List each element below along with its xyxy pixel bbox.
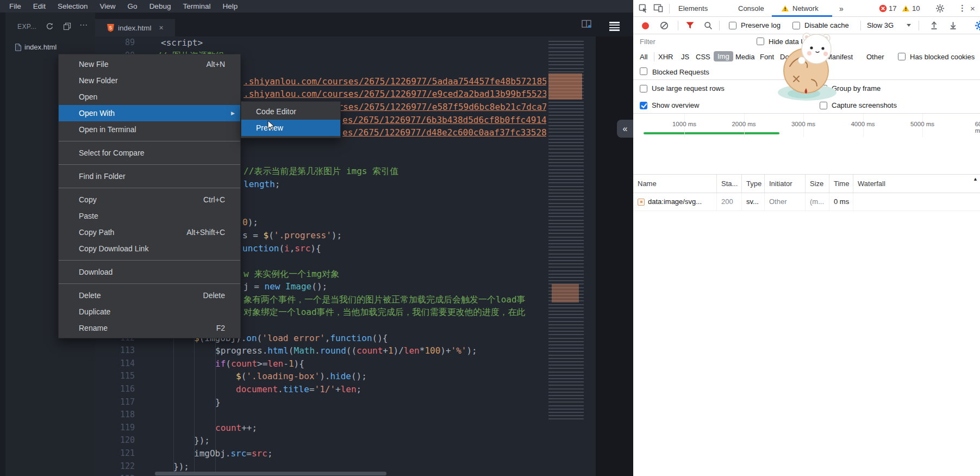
has-blocked-cookies-label[interactable]: Has blocked cookies <box>910 53 975 61</box>
menu-item-rename[interactable]: RenameF2 <box>59 320 240 336</box>
menubar-item-file[interactable]: File <box>3 2 27 10</box>
menu-separator <box>59 283 240 284</box>
file-item-index-html[interactable]: index.html <box>5 42 95 53</box>
menu-item-copy[interactable]: CopyCtrl+C <box>59 191 240 208</box>
network-request-row[interactable]: data:image/svg...200sv...Other(m...0 ms <box>633 193 980 211</box>
menubar-item-view[interactable]: View <box>94 2 122 10</box>
timeline-tick-label: 6000 ms <box>975 121 980 134</box>
column-header-time[interactable]: Time <box>829 175 853 193</box>
menubar-item-selection[interactable]: Selection <box>52 2 94 10</box>
menu-item-open[interactable]: Open <box>59 89 240 105</box>
use-large-request-rows-checkbox[interactable] <box>640 85 647 92</box>
menu-item-paste[interactable]: Paste <box>59 208 240 224</box>
inspect-element-icon[interactable] <box>639 4 648 15</box>
submenu-item-code-editor[interactable]: Code Editor <box>241 103 340 120</box>
split-editor-icon[interactable] <box>582 20 592 30</box>
column-header-sta-[interactable]: Sta... <box>717 175 742 193</box>
menu-item-copy-download-link[interactable]: Copy Download Link <box>59 240 240 257</box>
more-actions-icon[interactable]: ⋯ <box>79 20 88 30</box>
type-filter-css[interactable]: CSS <box>696 53 710 61</box>
type-filter-media[interactable]: Media <box>735 53 754 61</box>
column-header-type[interactable]: Type <box>742 175 765 193</box>
clear-icon[interactable] <box>660 21 669 32</box>
menubar-item-edit[interactable]: Edit <box>27 2 52 10</box>
record-button[interactable] <box>642 22 649 29</box>
minimap[interactable] <box>546 36 596 476</box>
throttling-dropdown[interactable]: Slow 3G <box>867 21 894 29</box>
horizontal-scrollbar[interactable] <box>155 472 386 475</box>
type-filter-js[interactable]: JS <box>681 53 689 61</box>
collapse-folders-icon[interactable] <box>63 22 71 33</box>
tab-console[interactable]: Console <box>738 4 764 13</box>
blocked-requests-label[interactable]: Blocked Requests <box>652 68 709 76</box>
search-icon[interactable] <box>704 21 713 32</box>
menu-item-find-in-folder[interactable]: Find in Folder <box>59 168 240 184</box>
preserve-log-label[interactable]: Preserve log <box>741 21 781 29</box>
menu-item-duplicate[interactable]: Duplicate <box>59 304 240 320</box>
timeline-overview[interactable]: 1000 ms2000 ms3000 ms4000 ms5000 ms6000 … <box>633 114 980 137</box>
show-overview-checkbox[interactable] <box>640 102 647 109</box>
line-number: 114 <box>95 357 135 370</box>
submenu-arrow-icon: ▶ <box>231 110 235 116</box>
tab-index-html[interactable]: 5 index.html × <box>95 19 175 36</box>
menu-item-select-for-compare[interactable]: Select for Compare <box>59 145 240 161</box>
error-badge-icon[interactable] <box>879 4 887 14</box>
menubar-item-debug[interactable]: Debug <box>143 2 177 10</box>
kebab-menu-icon[interactable]: ⋮ <box>958 3 966 13</box>
menubar-item-terminal[interactable]: Terminal <box>177 2 216 10</box>
menubar-item-help[interactable]: Help <box>216 2 244 10</box>
menu-separator <box>59 188 240 188</box>
outline-list-icon[interactable] <box>609 22 620 31</box>
menu-item-delete[interactable]: DeleteDelete <box>59 287 240 304</box>
submenu-item-preview[interactable]: Preview <box>241 120 340 136</box>
tab-elements[interactable]: Elements <box>678 4 708 13</box>
import-har-icon[interactable] <box>930 21 938 32</box>
filter-funnel-icon[interactable] <box>685 21 695 32</box>
disable-cache-checkbox[interactable] <box>792 22 800 29</box>
code-text: if(count>=len-1){ <box>215 357 304 370</box>
filter-input[interactable]: Filter <box>640 38 656 46</box>
code-text: 0); <box>242 216 258 229</box>
hide-data-urls-checkbox[interactable] <box>757 38 764 45</box>
menu-item-download[interactable]: Download <box>59 264 240 280</box>
type-filter-img[interactable]: Img <box>714 51 733 61</box>
more-tabs-icon[interactable]: » <box>839 4 844 13</box>
network-settings-gear-icon[interactable] <box>975 20 980 33</box>
column-header-initiator[interactable]: Initiator <box>765 175 806 193</box>
preserve-log-checkbox[interactable] <box>729 22 736 29</box>
menu-item-copy-path[interactable]: Copy PathAlt+Shift+C <box>59 224 240 240</box>
close-devtools-icon[interactable]: × <box>970 4 975 13</box>
menu-item-new-file[interactable]: New FileAlt+N <box>59 56 240 72</box>
type-filter-font[interactable]: Font <box>760 53 774 61</box>
tab-close-icon[interactable]: × <box>159 23 164 32</box>
option-show-overview[interactable]: Show overview <box>640 101 699 109</box>
column-header-name[interactable]: Name <box>633 175 717 193</box>
option-use-large-request-rows[interactable]: Use large request rows <box>640 84 725 92</box>
option-label: Show overview <box>652 101 699 109</box>
export-har-icon[interactable] <box>949 21 957 32</box>
warning-badge-icon[interactable] <box>902 5 910 14</box>
disable-cache-label[interactable]: Disable cache <box>804 21 849 29</box>
menu-item-shortcut: Alt+Shift+C <box>186 228 233 237</box>
collapse-panel-button[interactable]: « <box>617 120 633 138</box>
code-text: w 来实例化一个img对象 <box>244 268 339 281</box>
column-header-waterfall[interactable]: Waterfall <box>853 175 980 193</box>
column-header-size[interactable]: Size <box>806 175 829 193</box>
menubar-item-go[interactable]: Go <box>122 2 143 10</box>
type-filter-xhr[interactable]: XHR <box>658 53 673 61</box>
has-blocked-cookies-checkbox[interactable] <box>898 53 906 60</box>
sort-indicator-icon[interactable]: ▲ <box>973 176 978 182</box>
refresh-icon[interactable] <box>46 22 53 32</box>
type-filter-other[interactable]: Other <box>866 53 884 61</box>
settings-gear-icon[interactable] <box>935 4 945 15</box>
blocked-requests-checkbox[interactable] <box>640 67 647 75</box>
menu-item-open-with[interactable]: Open With▶ <box>59 105 240 121</box>
menu-item-label: Paste <box>79 212 98 220</box>
device-toolbar-icon[interactable] <box>653 4 663 14</box>
warning-count: 10 <box>912 4 920 13</box>
tab-network[interactable]: Network <box>792 4 819 13</box>
type-filter-all[interactable]: All <box>640 53 647 61</box>
menu-item-label: New Folder <box>79 76 118 85</box>
menu-item-new-folder[interactable]: New Folder <box>59 72 240 89</box>
menu-item-open-in-terminal[interactable]: Open in Terminal <box>59 121 240 138</box>
